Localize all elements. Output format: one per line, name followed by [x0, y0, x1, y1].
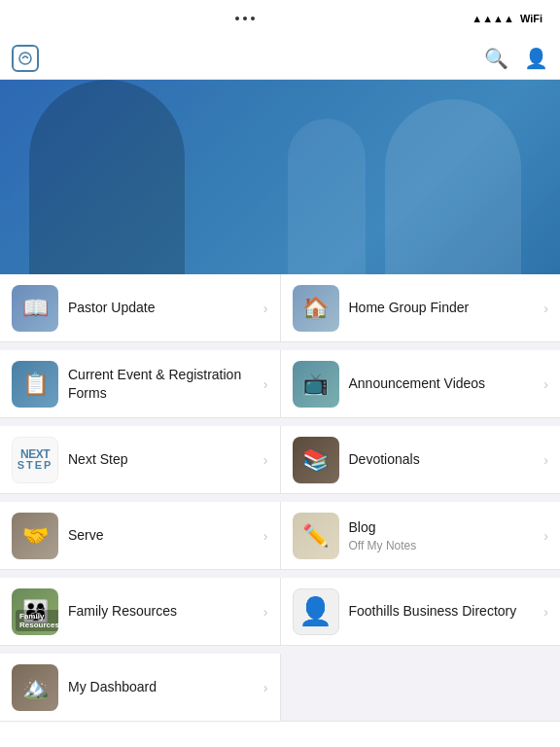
- chevron-icon-blog: ›: [543, 528, 548, 544]
- menu-label-home-group-finder: Home Group Finder: [349, 299, 535, 316]
- menu-label-announcement-videos: Announcement Videos: [349, 374, 535, 392]
- chevron-icon-current-events: ›: [263, 376, 268, 392]
- menu-item-blog[interactable]: ✏️BlogOff My Notes›: [280, 502, 561, 570]
- hero-image: [0, 80, 560, 274]
- menu-row-1: 📋Current Event & Registration Forms›📺Ann…: [0, 350, 560, 418]
- row-gap-3: [0, 494, 560, 502]
- menu-row-5: 🏔️My Dashboard›: [0, 654, 560, 722]
- menu-row-3: 🤝Serve›✏️BlogOff My Notes›: [0, 502, 560, 570]
- menu-item-serve[interactable]: 🤝Serve›: [0, 502, 280, 570]
- menu-row-0: 📖Pastor Update›🏠Home Group Finder›: [0, 274, 560, 342]
- menu-list: 📖Pastor Update›🏠Home Group Finder›📋Curre…: [0, 274, 560, 722]
- chevron-icon-next-step: ›: [263, 452, 268, 468]
- chevron-icon-my-dashboard: ›: [263, 680, 268, 695]
- menu-label-next-step: Next Step: [68, 450, 254, 468]
- menu-item-devotionals[interactable]: 📚Devotionals›: [280, 426, 561, 494]
- status-right: ▲▲▲▲ WiFi: [472, 13, 548, 24]
- menu-text-family-resources: Family Resources: [68, 602, 254, 620]
- menu-label-my-dashboard: My Dashboard: [68, 678, 254, 695]
- menu-label-serve: Serve: [68, 526, 254, 544]
- signal-icon: ▲▲▲▲: [472, 13, 514, 24]
- row-gap-2: [0, 418, 560, 426]
- nav-actions: 🔍 👤: [484, 47, 548, 70]
- menu-label-current-events: Current Event & Registration Forms: [68, 366, 254, 401]
- menu-thumb-current-events: 📋: [12, 361, 58, 408]
- menu-item-current-events[interactable]: 📋Current Event & Registration Forms›: [0, 350, 280, 418]
- main-content: 📖Pastor Update›🏠Home Group Finder›📋Curre…: [0, 274, 560, 747]
- menu-text-current-events: Current Event & Registration Forms: [68, 366, 254, 401]
- menu-text-home-group-finder: Home Group Finder: [349, 299, 535, 316]
- menu-item-next-step[interactable]: NEXTSTEPNext Step›: [0, 426, 280, 494]
- hero-figures: [0, 80, 560, 274]
- profile-icon[interactable]: 👤: [524, 47, 548, 70]
- menu-text-my-dashboard: My Dashboard: [68, 678, 254, 695]
- svg-point-0: [19, 53, 31, 64]
- search-icon[interactable]: 🔍: [484, 47, 508, 70]
- chevron-icon-announcement-videos: ›: [543, 376, 548, 392]
- dot3: [251, 17, 255, 20]
- menu-sublabel-blog: Off My Notes: [349, 539, 535, 552]
- row-gap-5: [0, 646, 560, 654]
- menu-item-empty: [280, 654, 561, 722]
- menu-label-blog: Blog: [349, 518, 535, 536]
- menu-thumb-pastor-update: 📖: [12, 285, 58, 332]
- chevron-icon-family-resources: ›: [263, 604, 268, 620]
- menu-text-pastor-update: Pastor Update: [68, 299, 254, 316]
- menu-text-blog: BlogOff My Notes: [349, 518, 535, 551]
- menu-thumb-devotionals: 📚: [293, 437, 339, 483]
- menu-item-announcement-videos[interactable]: 📺Announcement Videos›: [280, 350, 561, 418]
- menu-item-home-group-finder[interactable]: 🏠Home Group Finder›: [280, 274, 561, 342]
- status-bar: ▲▲▲▲ WiFi: [0, 0, 560, 37]
- menu-label-devotionals: Devotionals: [349, 450, 535, 468]
- chevron-icon-pastor-update: ›: [263, 301, 268, 316]
- wifi-icon: WiFi: [520, 13, 542, 24]
- chevron-icon-devotionals: ›: [543, 452, 548, 468]
- row-gap-4: [0, 570, 560, 578]
- dot1: [235, 17, 239, 20]
- row-gap-1: [0, 342, 560, 350]
- person-bg-silhouette: [288, 119, 366, 274]
- menu-label-foothills-business-directory: Foothills Business Directory: [349, 602, 535, 620]
- nav-logo[interactable]: [12, 45, 47, 72]
- menu-thumb-family-resources: 👨‍👩‍👧FamilyResources: [12, 588, 58, 635]
- chevron-icon-home-group-finder: ›: [543, 301, 548, 316]
- menu-text-foothills-business-directory: Foothills Business Directory: [349, 602, 535, 620]
- nav-bar: 🔍 👤: [0, 37, 560, 80]
- menu-thumb-next-step: NEXTSTEP: [12, 437, 58, 483]
- menu-thumb-my-dashboard: 🏔️: [12, 664, 58, 711]
- menu-text-next-step: Next Step: [68, 450, 254, 468]
- menu-text-announcement-videos: Announcement Videos: [349, 374, 535, 392]
- chevron-icon-serve: ›: [263, 528, 268, 544]
- chevron-icon-foothills-business-directory: ›: [543, 604, 548, 620]
- app-logo-icon: [12, 45, 39, 72]
- menu-thumb-home-group-finder: 🏠: [293, 285, 339, 332]
- dot2: [243, 17, 247, 20]
- menu-thumb-foothills-business-directory: 👤: [293, 588, 339, 635]
- menu-item-my-dashboard[interactable]: 🏔️My Dashboard›: [0, 654, 280, 722]
- menu-text-devotionals: Devotionals: [349, 450, 535, 468]
- person-left-silhouette: [29, 80, 185, 274]
- person-right-silhouette: [385, 99, 521, 274]
- menu-row-2: NEXTSTEPNext Step›📚Devotionals›: [0, 426, 560, 494]
- menu-label-family-resources: Family Resources: [68, 602, 254, 620]
- menu-label-pastor-update: Pastor Update: [68, 299, 254, 316]
- menu-item-pastor-update[interactable]: 📖Pastor Update›: [0, 274, 280, 342]
- menu-text-serve: Serve: [68, 526, 254, 544]
- menu-thumb-blog: ✏️: [293, 513, 339, 559]
- menu-thumb-serve: 🤝: [12, 513, 58, 559]
- menu-thumb-announcement-videos: 📺: [293, 361, 339, 408]
- menu-row-4: 👨‍👩‍👧FamilyResourcesFamily Resources›👤Fo…: [0, 578, 560, 646]
- status-center: [235, 17, 255, 20]
- menu-item-foothills-business-directory[interactable]: 👤Foothills Business Directory›: [280, 578, 561, 646]
- menu-item-family-resources[interactable]: 👨‍👩‍👧FamilyResourcesFamily Resources›: [0, 578, 280, 646]
